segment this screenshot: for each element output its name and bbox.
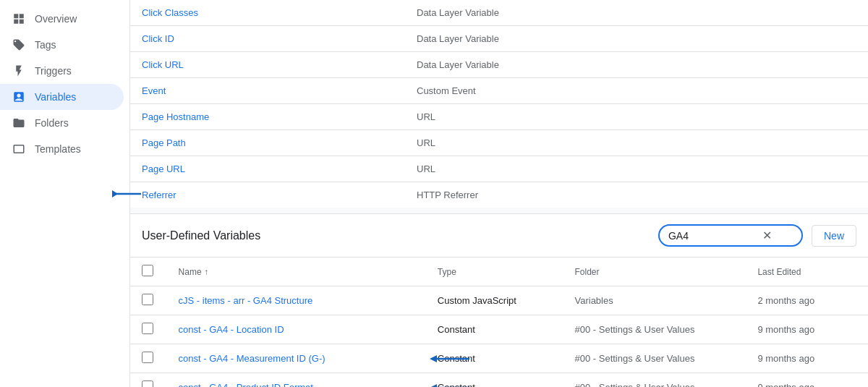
grid-icon	[12, 12, 26, 26]
sidebar-item-label: Folders	[35, 117, 69, 129]
var-type: URL	[405, 156, 868, 182]
row-folder: #00 - Settings & User Values	[563, 373, 746, 388]
select-all-header	[130, 258, 167, 286]
row-name[interactable]: const - GA4 - Location ID	[167, 315, 426, 344]
card-icon	[12, 142, 26, 156]
table-row: Click ID Data Layer Variable	[130, 26, 868, 52]
table-row: const - GA4 - Product ID Format Constant…	[130, 373, 868, 388]
row-edited: 9 months ago	[746, 315, 868, 344]
sidebar-item-variables[interactable]: Variables	[0, 84, 124, 110]
svg-rect-0	[14, 14, 18, 18]
chart-icon	[12, 90, 26, 104]
folder-icon	[12, 116, 26, 130]
table-row: Event Custom Event	[130, 78, 868, 104]
row-type: Constant	[426, 315, 563, 344]
row-checkbox-cell	[130, 315, 167, 344]
builtin-table: Click Classes Data Layer Variable Click …	[130, 0, 868, 208]
select-all-checkbox[interactable]	[142, 265, 153, 276]
row-folder: #00 - Settings & User Values	[563, 344, 746, 373]
var-type: HTTP Referrer	[405, 182, 868, 208]
table-row: const - GA4 - Location ID Constant #00 -…	[130, 315, 868, 344]
sidebar-item-triggers[interactable]: Triggers	[0, 58, 124, 84]
udv-title: User-Defined Variables	[142, 229, 650, 242]
row-name[interactable]: const - GA4 - Product ID Format	[167, 373, 426, 388]
table-row: Page Path URL	[130, 130, 868, 156]
var-type: URL	[405, 104, 868, 130]
var-type: Custom Event	[405, 78, 868, 104]
row-checkbox-cell	[130, 286, 167, 315]
new-button[interactable]: New	[812, 225, 856, 247]
sidebar-item-label: Triggers	[35, 65, 72, 77]
udv-header: User-Defined Variables ✕ New	[130, 214, 868, 258]
var-name[interactable]: Page Path	[130, 130, 405, 156]
sidebar-item-folders[interactable]: Folders	[0, 110, 124, 136]
table-row: Page URL URL	[130, 156, 868, 182]
table-row: Click Classes Data Layer Variable	[130, 0, 868, 26]
lightning-icon	[12, 64, 26, 78]
sidebar-item-label: Templates	[35, 143, 81, 155]
type-column-header: Type	[426, 258, 563, 286]
var-name[interactable]: Click ID	[130, 26, 405, 52]
row-folder: #00 - Settings & User Values	[563, 315, 746, 344]
udv-table-container: Name ↑ Type Folder Last Edited	[130, 258, 868, 387]
svg-marker-9	[430, 384, 437, 388]
sidebar-item-label: Tags	[35, 39, 56, 51]
row-checkbox-cell	[130, 373, 167, 388]
row-edited: 9 months ago	[746, 344, 868, 373]
var-type: Data Layer Variable	[405, 0, 868, 26]
var-type: URL	[405, 130, 868, 156]
row-checkbox[interactable]	[142, 380, 153, 387]
sidebar-item-label: Overview	[35, 13, 77, 25]
row-arrow	[430, 382, 469, 388]
search-clear-button[interactable]: ✕	[760, 229, 775, 242]
row-checkbox-cell	[130, 344, 167, 373]
row-edited: 9 months ago	[746, 373, 868, 388]
svg-rect-1	[20, 14, 24, 18]
table-row: Click URL Data Layer Variable	[130, 52, 868, 78]
sidebar-arrow	[112, 187, 148, 201]
var-name[interactable]: Click Classes	[130, 0, 405, 26]
search-input[interactable]	[668, 230, 755, 242]
sidebar-item-label: Variables	[35, 91, 76, 103]
table-row: Referrer HTTP Referrer	[130, 182, 868, 208]
row-checkbox[interactable]	[142, 323, 153, 334]
main-content: Click Classes Data Layer Variable Click …	[130, 0, 868, 387]
svg-rect-3	[20, 20, 24, 24]
svg-marker-5	[112, 190, 118, 197]
row-arrow	[430, 353, 469, 365]
search-box: ✕	[658, 224, 803, 247]
udv-table: Name ↑ Type Folder Last Edited	[130, 258, 868, 387]
var-name[interactable]: Click URL	[130, 52, 405, 78]
table-row: cJS - items - arr - GA4 Structure Custom…	[130, 286, 868, 315]
name-column-header[interactable]: Name ↑	[167, 258, 426, 286]
svg-marker-7	[430, 355, 437, 362]
sidebar-item-templates[interactable]: Templates	[0, 136, 124, 162]
var-name[interactable]: Referrer	[130, 182, 405, 208]
var-name[interactable]: Page URL	[130, 156, 405, 182]
table-header-row: Name ↑ Type Folder Last Edited	[130, 258, 868, 286]
builtin-variables-table: Click Classes Data Layer Variable Click …	[130, 0, 868, 208]
sidebar: Overview Tags Triggers Variables Folders	[0, 0, 130, 387]
table-row: Page Hostname URL	[130, 104, 868, 130]
edited-column-header: Last Edited	[746, 258, 868, 286]
row-name[interactable]: cJS - items - arr - GA4 Structure	[167, 286, 426, 315]
svg-rect-2	[14, 20, 18, 24]
row-checkbox[interactable]	[142, 294, 153, 305]
row-type: Custom JavaScript	[426, 286, 563, 315]
var-name[interactable]: Page Hostname	[130, 104, 405, 130]
row-folder: Variables	[563, 286, 746, 315]
folder-column-header: Folder	[563, 258, 746, 286]
user-defined-variables-section: User-Defined Variables ✕ New Name ↑	[130, 213, 868, 387]
row-edited: 2 months ago	[746, 286, 868, 315]
row-name[interactable]: const - GA4 - Measurement ID (G-)	[167, 344, 426, 373]
tag-icon	[12, 38, 26, 52]
sidebar-item-tags[interactable]: Tags	[0, 32, 124, 58]
sidebar-item-overview[interactable]: Overview	[0, 6, 124, 32]
var-type: Data Layer Variable	[405, 26, 868, 52]
row-checkbox[interactable]	[142, 352, 153, 363]
var-name[interactable]: Event	[130, 78, 405, 104]
table-row: const - GA4 - Measurement ID (G-) Consta…	[130, 344, 868, 373]
var-type: Data Layer Variable	[405, 52, 868, 78]
